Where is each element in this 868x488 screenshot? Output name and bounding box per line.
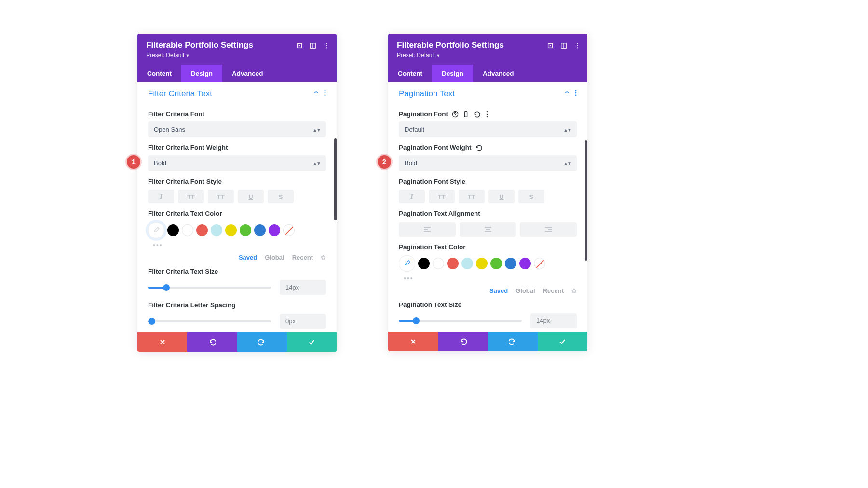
more-icon[interactable] (323, 42, 330, 49)
undo-button[interactable] (187, 332, 237, 352)
tab-advanced[interactable]: Advanced (222, 65, 273, 82)
scrollbar[interactable] (334, 138, 337, 220)
swatch-green[interactable] (240, 224, 251, 236)
save-button[interactable] (538, 332, 587, 351)
undo-button[interactable] (438, 332, 488, 351)
swatch-red[interactable] (196, 224, 208, 236)
swatch-yellow[interactable] (225, 224, 237, 236)
expand-icon[interactable] (547, 42, 554, 49)
swatch-black[interactable] (167, 224, 179, 236)
columns-icon[interactable] (560, 42, 567, 49)
tab-design[interactable]: Design (181, 65, 222, 82)
tab-advanced[interactable]: Advanced (473, 65, 524, 82)
text-size-input[interactable]: 14px (280, 280, 326, 295)
weight-select[interactable]: Bold ▲▼ (148, 155, 326, 171)
strikethrough-button[interactable]: S (518, 190, 544, 203)
weight-select[interactable]: Bold ▲▼ (399, 155, 577, 171)
tab-bar: Content Design Advanced (388, 65, 587, 82)
align-right-button[interactable] (520, 222, 577, 237)
responsive-icon[interactable] (462, 111, 469, 118)
uppercase-button[interactable]: TT (429, 190, 455, 203)
palette-tab-saved[interactable]: Saved (489, 287, 508, 294)
help-icon[interactable] (452, 111, 459, 118)
redo-button[interactable] (237, 332, 287, 352)
palette-tab-recent[interactable]: Recent (292, 254, 313, 261)
text-size-label: Pagination Text Size (399, 301, 577, 308)
swatch-lightblue[interactable] (461, 258, 473, 269)
letter-spacing-input[interactable]: 0px (280, 314, 326, 329)
swatch-white[interactable] (433, 258, 444, 269)
font-label-text: Pagination Font (399, 110, 448, 118)
swatch-green[interactable] (490, 258, 502, 269)
align-center-button[interactable] (460, 222, 516, 237)
uppercase-button[interactable]: TT (178, 190, 204, 203)
swatch-black[interactable] (418, 258, 430, 269)
palette-tab-global[interactable]: Global (515, 287, 535, 294)
more-swatches-icon[interactable]: ••• (148, 241, 326, 249)
panel-footer (137, 332, 337, 352)
smallcaps-button[interactable]: TT (459, 190, 485, 203)
swatch-red[interactable] (447, 258, 459, 269)
smallcaps-button[interactable]: TT (208, 190, 234, 203)
strikethrough-button[interactable]: S (268, 190, 294, 203)
tab-design[interactable]: Design (432, 65, 473, 82)
font-select[interactable]: Default ▲▼ (399, 121, 577, 137)
tab-content[interactable]: Content (137, 65, 181, 82)
section-more-icon[interactable] (324, 90, 326, 98)
letter-spacing-slider[interactable] (148, 320, 271, 322)
swatch-lightblue[interactable] (211, 224, 222, 236)
font-select[interactable]: Open Sans ▲▼ (148, 121, 326, 137)
italic-button[interactable]: I (399, 190, 425, 203)
tab-content[interactable]: Content (388, 65, 432, 82)
more-swatches-icon[interactable]: ••• (399, 275, 577, 282)
preset-selector[interactable]: Preset: Default▼ (397, 52, 579, 59)
redo-button[interactable] (488, 332, 538, 351)
palette-tab-recent[interactable]: Recent (543, 287, 564, 294)
swatch-white[interactable] (182, 224, 193, 236)
swatch-purple[interactable] (519, 258, 531, 269)
text-size-input[interactable]: 14px (530, 313, 577, 328)
caret-down-icon: ▼ (436, 53, 440, 58)
color-picker-button[interactable] (148, 222, 164, 238)
font-value: Open Sans (154, 126, 185, 133)
preset-label: Preset: Default (397, 52, 435, 59)
swatch-blue[interactable] (254, 224, 266, 236)
chevron-up-icon[interactable]: ⌃ (564, 90, 570, 99)
align-left-button[interactable] (399, 222, 456, 237)
swatch-none[interactable] (534, 258, 545, 269)
reset-icon[interactable] (475, 145, 482, 151)
swatch-blue[interactable] (505, 258, 516, 269)
underline-button[interactable]: U (238, 190, 264, 203)
scrollbar[interactable] (585, 140, 587, 261)
chevron-up-icon[interactable]: ⌃ (313, 90, 319, 99)
reset-icon[interactable] (473, 111, 480, 118)
palette-tab-global[interactable]: Global (265, 254, 284, 261)
expand-icon[interactable] (296, 42, 303, 49)
svg-point-9 (325, 95, 326, 96)
section-header[interactable]: Filter Criteria Text ⌃ (137, 82, 337, 104)
more-icon[interactable] (574, 42, 581, 49)
section-header[interactable]: Pagination Text ⌃ (388, 82, 587, 104)
cancel-button[interactable] (137, 332, 187, 352)
panel-header: Filterable Portfolio Settings Preset: De… (388, 34, 587, 65)
color-picker-button[interactable] (399, 255, 415, 272)
swatch-purple[interactable] (269, 224, 280, 236)
preset-selector[interactable]: Preset: Default▼ (146, 52, 328, 59)
header-actions (296, 42, 330, 49)
swatch-yellow[interactable] (476, 258, 488, 269)
text-size-slider[interactable] (148, 287, 271, 289)
underline-button[interactable]: U (488, 190, 515, 203)
columns-icon[interactable] (310, 42, 316, 49)
palette-settings-icon[interactable]: ✿ (571, 287, 577, 294)
settings-panel-pagination: Filterable Portfolio Settings Preset: De… (388, 34, 587, 351)
palette-tab-saved[interactable]: Saved (239, 254, 257, 261)
section-more-icon[interactable] (575, 90, 577, 98)
field-more-icon[interactable] (484, 111, 490, 118)
text-size-slider[interactable] (399, 320, 522, 322)
save-button[interactable] (287, 332, 337, 352)
tab-bar: Content Design Advanced (137, 65, 337, 82)
palette-settings-icon[interactable]: ✿ (321, 254, 326, 261)
swatch-none[interactable] (283, 224, 295, 236)
cancel-button[interactable] (388, 332, 438, 351)
italic-button[interactable]: I (148, 190, 174, 203)
